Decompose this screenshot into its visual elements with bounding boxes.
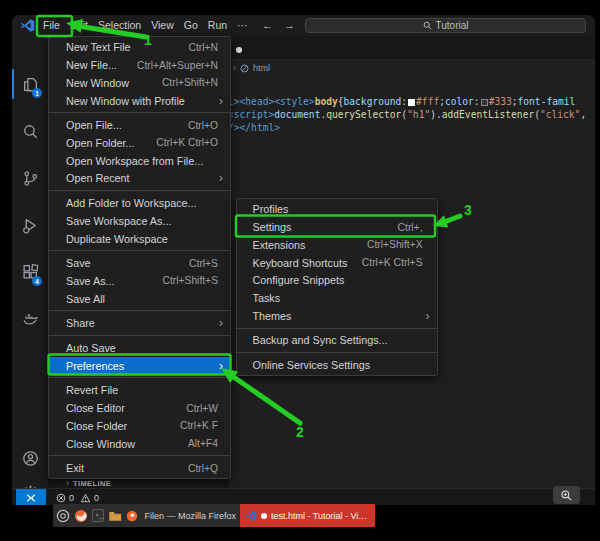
menu-item-label: New Text File	[66, 41, 131, 53]
menu-item-add-folder-to-workspace[interactable]: Add Folder to Workspace...	[49, 194, 230, 212]
menu-separator	[49, 335, 230, 336]
app-launcher-icon[interactable]	[56, 509, 70, 523]
menu-item-label: Open Recent	[66, 172, 130, 184]
remote-indicator[interactable]	[16, 489, 46, 505]
code-token: l><head><style>	[228, 96, 315, 107]
menu-item-online-services-settings[interactable]: Online Services Settings	[237, 356, 437, 374]
menu-item-label: Close Folder	[66, 420, 127, 432]
code-token: <script>	[228, 109, 274, 120]
taskbar-firefox-entry[interactable]: Filen — Mozilla Firefox	[144, 511, 236, 521]
search-view-icon[interactable]	[22, 123, 39, 140]
code-token: #fff	[416, 96, 439, 107]
menu-item-revert-file[interactable]: Revert File	[49, 381, 230, 399]
zoom-button[interactable]	[553, 486, 580, 504]
menu-item-open-folder[interactable]: Open Folder...Ctrl+K Ctrl+O	[49, 134, 230, 152]
menu-item-shortcut: Alt+F4	[188, 438, 218, 449]
menu-item-label: Extensions	[253, 239, 306, 251]
menu-item-settings[interactable]: SettingsCtrl+,	[237, 218, 437, 236]
nav-forward-icon[interactable]: →	[284, 15, 295, 36]
terminal-icon[interactable]: ›_	[92, 509, 104, 522]
code-token: body	[315, 96, 338, 107]
file-manager-folder-icon[interactable]	[108, 509, 122, 523]
menu-separator	[237, 352, 437, 353]
taskbar-active-label: test.html - Tutorial - Vis...	[271, 511, 370, 521]
menu-item-keyboard-shortcuts[interactable]: Keyboard ShortcutsCtrl+K Ctrl+S	[237, 254, 437, 272]
code-token: addEventListener	[442, 109, 534, 120]
menu-item-new-text-file[interactable]: New Text FileCtrl+N	[49, 38, 230, 56]
menu-item-save-all[interactable]: Save All	[49, 290, 230, 308]
code-line: <script>document.querySelector("h1").add…	[228, 108, 586, 121]
tab-modified-dot	[236, 47, 242, 53]
menu-item-label: Save All	[66, 293, 105, 305]
nav-back-icon[interactable]: ←	[262, 15, 273, 36]
menu-item-themes[interactable]: Themes›	[237, 307, 437, 325]
accounts-icon[interactable]	[22, 450, 39, 467]
submenu-chevron-icon: ›	[426, 309, 430, 323]
menu-item-duplicate-workspace[interactable]: Duplicate Workspace	[49, 230, 230, 248]
menubar-selection[interactable]: Selection	[93, 15, 146, 36]
menu-item-preferences[interactable]: Preferences›	[49, 357, 230, 375]
firefox-window-icon[interactable]	[126, 510, 138, 522]
menu-item-label: Duplicate Workspace	[66, 233, 168, 245]
menu-item-open-workspace-from-file[interactable]: Open Workspace from File...	[49, 152, 230, 170]
menu-bar: File Edit Selection View Go Run ···	[38, 15, 253, 36]
menu-item-new-window[interactable]: New WindowCtrl+Shift+N	[49, 74, 230, 92]
menu-item-open-file[interactable]: Open File...Ctrl+O	[49, 116, 230, 134]
menu-item-backup-and-sync-settings[interactable]: Backup and Sync Settings...	[237, 332, 437, 350]
source-control-icon[interactable]	[22, 170, 39, 187]
menu-item-label: Settings	[253, 221, 292, 233]
submenu-chevron-icon: ›	[219, 171, 223, 185]
menu-item-new-window-with-profile[interactable]: New Window with Profile›	[49, 92, 230, 110]
menu-item-label: New Window with Profile	[66, 95, 185, 107]
menu-item-save-workspace-as[interactable]: Save Workspace As...	[49, 212, 230, 230]
menubar-go[interactable]: Go	[179, 15, 203, 36]
color-swatch	[481, 99, 488, 106]
taskbar-active-entry[interactable]: test.html - Tutorial - Vis...	[240, 504, 375, 527]
menu-separator	[49, 112, 230, 113]
command-center-search[interactable]: Tutorial	[305, 18, 586, 33]
docker-icon[interactable]	[22, 310, 39, 327]
code-lines[interactable]: l><head><style>body{background:#fff;colo…	[228, 95, 586, 134]
menu-item-save[interactable]: SaveCtrl+S	[49, 254, 230, 272]
menu-item-open-recent[interactable]: Open Recent›	[49, 170, 230, 188]
menu-item-exit[interactable]: ExitCtrl+Q	[49, 459, 230, 477]
menu-item-close-editor[interactable]: Close EditorCtrl+W	[49, 399, 230, 417]
menubar-view[interactable]: View	[146, 15, 179, 36]
menu-item-label: Add Folder to Workspace...	[66, 197, 197, 209]
menubar-more[interactable]: ···	[232, 15, 253, 36]
menu-item-close-window[interactable]: Close WindowAlt+F4	[49, 435, 230, 453]
timeline-label: TIMELINE	[73, 479, 111, 488]
menu-item-shortcut: Ctrl+Q	[188, 463, 218, 474]
menu-item-label: Auto Save	[66, 342, 116, 354]
menu-item-label: Themes	[253, 310, 292, 322]
menu-item-save-as[interactable]: Save As...Ctrl+Shift+S	[49, 272, 230, 290]
code-token: :	[474, 96, 480, 107]
menu-item-close-folder[interactable]: Close FolderCtrl+K F	[49, 417, 230, 435]
menu-item-configure-snippets[interactable]: Configure Snippets	[237, 271, 437, 289]
firefox-pinned-icon[interactable]	[74, 509, 88, 523]
menu-item-label: Close Editor	[66, 402, 125, 414]
menu-item-profiles[interactable]: Profiles	[237, 200, 437, 218]
menu-item-auto-save[interactable]: Auto Save	[49, 339, 230, 357]
menu-item-extensions[interactable]: ExtensionsCtrl+Shift+X	[237, 236, 437, 254]
run-debug-icon[interactable]	[22, 217, 39, 234]
vscode-logo-icon	[20, 18, 35, 33]
activity-bar: 1 4 1	[12, 36, 48, 505]
menu-item-share[interactable]: Share›	[49, 314, 230, 332]
extensions-badge: 4	[32, 276, 42, 286]
search-value: Tutorial	[436, 20, 469, 31]
color-swatch	[408, 99, 415, 106]
menu-item-label: New Window	[66, 77, 129, 89]
menu-item-new-file[interactable]: New File...Ctrl+Alt+Super+N	[49, 56, 230, 74]
errors-count: 0	[69, 493, 74, 503]
menu-item-shortcut: Ctrl+N	[189, 42, 218, 53]
problems-status[interactable]: 0 0	[56, 489, 99, 505]
menu-item-tasks[interactable]: Tasks	[237, 289, 437, 307]
menu-item-label: Save Workspace As...	[66, 215, 171, 227]
breadcrumb[interactable]: › html	[233, 60, 270, 76]
menu-item-shortcut: Ctrl+K Ctrl+S	[362, 257, 423, 268]
menubar-file[interactable]: File	[38, 15, 65, 36]
menubar-edit[interactable]: Edit	[65, 15, 93, 36]
menu-item-label: Revert File	[66, 384, 118, 396]
menubar-run[interactable]: Run	[203, 15, 232, 36]
